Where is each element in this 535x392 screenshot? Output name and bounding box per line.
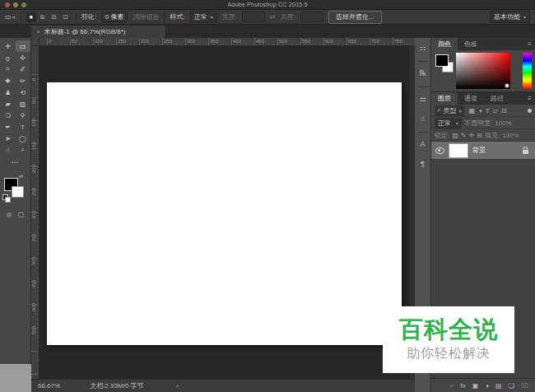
brush-tool-icon: ✏ [20, 77, 26, 85]
ruler-number: 300 [187, 39, 195, 44]
saturation-brightness-gradient[interactable] [456, 53, 510, 89]
smart-objects-filter-icon[interactable]: ⊡ [501, 107, 507, 114]
feather-input[interactable]: 0 像素 [101, 12, 128, 22]
lock-transparent-icon[interactable]: ▨ [452, 132, 458, 139]
spot-healing-brush-tool[interactable]: ✚ [1, 75, 16, 86]
character-panel-icon[interactable]: A [416, 138, 430, 151]
shape-tool[interactable]: ◯ [16, 133, 30, 144]
ruler-number: 350 [31, 234, 36, 242]
brush-tool[interactable]: ✏ [16, 75, 30, 86]
height-input[interactable] [300, 12, 323, 22]
link-layers-icon[interactable]: ∞ [449, 382, 454, 390]
type-tool-icon: T [21, 124, 25, 131]
type-tool[interactable]: T [16, 121, 30, 133]
edit-toolbar-icon[interactable]: ••• [0, 160, 30, 165]
layer-row-background[interactable]: 背景 [431, 142, 535, 160]
close-tab-icon[interactable]: × [36, 28, 40, 35]
tab-layers[interactable]: 图层 [431, 92, 458, 105]
libraries-panel-icon[interactable]: ℞ [416, 67, 430, 80]
ruler-number: 250 [31, 188, 36, 196]
quick-mask-button[interactable]: ◎ [7, 211, 12, 218]
screen-mode-button[interactable]: ▢ [18, 211, 25, 218]
antialias-checkbox[interactable]: 消除锯齿 [133, 12, 159, 21]
tab-paths[interactable]: 路径 [484, 92, 510, 105]
foreground-color-swatch[interactable] [435, 54, 449, 67]
new-group-icon[interactable]: ▤ [495, 382, 502, 390]
lock-position-icon[interactable]: ✛ [469, 132, 475, 139]
blur-tool[interactable]: ❍ [1, 110, 16, 121]
canvas[interactable] [47, 82, 402, 345]
add-selection-button[interactable]: ⧉ [38, 12, 48, 22]
zoom-level-field[interactable]: 66.67% [38, 382, 60, 390]
style-select[interactable]: 正常 ▾ [190, 11, 217, 23]
document-tab[interactable]: × 未标题-1 @ 66.7%(RGB/8*) [31, 26, 166, 38]
tool-preset-picker[interactable]: ▭ ▾ [5, 13, 16, 21]
lock-image-icon[interactable]: ✎ [461, 132, 467, 139]
layer-thumbnail[interactable] [449, 143, 468, 158]
eyedropper-tool[interactable]: ✐ [16, 63, 30, 75]
eraser-tool[interactable]: ▰ [1, 98, 16, 110]
type-layers-filter-icon[interactable]: T [486, 107, 490, 114]
layer-style-icon[interactable]: fx [460, 382, 465, 390]
hue-slider[interactable] [523, 53, 532, 89]
layer-filter-select[interactable]: ⌕ 类型 ▾ [435, 105, 464, 116]
subtract-selection-button[interactable]: ⊟ [49, 12, 59, 22]
pixel-layers-filter-icon[interactable]: ▦ [469, 107, 476, 114]
adjustments-panel-icon[interactable]: ⚌ [416, 92, 430, 105]
layer-visibility-icon[interactable] [435, 147, 444, 154]
swap-colors-icon[interactable]: ⇄ [19, 173, 23, 179]
crop-tool[interactable]: ⌗ [1, 63, 16, 75]
width-input[interactable] [242, 12, 265, 22]
lock-artboard-icon[interactable]: ⊞ [477, 132, 482, 139]
new-layer-icon[interactable]: ❏ [509, 382, 514, 390]
history-brush-tool[interactable]: ⟲ [16, 86, 30, 98]
add-layer-mask-icon[interactable]: ▣ [472, 382, 479, 390]
workspace-switcher[interactable]: 基本功能 ▾ [490, 11, 530, 23]
adjustment-layers-filter-icon[interactable]: ◑ [478, 107, 482, 114]
clone-stamp-tool[interactable]: ♟ [1, 86, 16, 98]
new-selection-button[interactable]: ■ [26, 12, 36, 22]
tab-swatches[interactable]: 色板 [458, 38, 484, 50]
shape-layers-filter-icon[interactable]: ▱ [493, 107, 498, 114]
layers-panel-bottom-bar: ∞ fx ▣ ◑ ▤ ❏ ⌧ [431, 378, 535, 392]
properties-panel-icon[interactable]: ⚏ [416, 41, 430, 54]
delete-layer-icon[interactable]: ⌧ [521, 382, 528, 390]
gradient-tool[interactable]: ▥ [16, 98, 30, 110]
background-color-swatch[interactable] [12, 186, 24, 198]
move-tool[interactable]: ✛ [1, 40, 16, 52]
blend-mode-select[interactable]: 正常 ▾ [435, 118, 462, 128]
tab-channels[interactable]: 通道 [458, 92, 484, 105]
ruler-number: 400 [31, 257, 36, 265]
intersect-selection-button[interactable]: ⊡ [61, 12, 71, 22]
actions-panel-icon[interactable]: ☝ [416, 112, 430, 125]
select-and-mask-button[interactable]: 选择并遮住... [328, 11, 382, 24]
color-panel: 颜色 色板 ≡ [431, 38, 535, 92]
filter-toggle-icon[interactable] [528, 109, 532, 113]
lock-icon [523, 150, 528, 154]
vertical-ruler[interactable]: 050100150200250300350400450500550 [31, 46, 40, 379]
opacity-value[interactable]: 100% [495, 119, 511, 127]
color-marker-icon[interactable] [505, 83, 509, 88]
zoom-tool[interactable]: ⌕ [16, 144, 30, 156]
spot-healing-brush-tool-icon: ✚ [5, 77, 11, 85]
status-options-arrow[interactable]: › [177, 382, 179, 390]
lasso-tool[interactable]: ϙ [1, 52, 16, 63]
panel-menu-icon[interactable]: ≡ [528, 95, 532, 102]
tab-color[interactable]: 颜色 [431, 38, 458, 50]
selection-mode-buttons: ■ ⧉ ⊟ ⊡ [26, 12, 71, 22]
fill-value[interactable]: 100% [502, 132, 519, 139]
new-adjustment-layer-icon[interactable]: ◑ [485, 382, 489, 390]
chevron-down-icon: ▾ [211, 14, 213, 20]
dodge-tool[interactable]: ⚲ [16, 110, 30, 121]
quick-selection-tool[interactable]: ✣ [16, 52, 30, 63]
hand-tool[interactable]: ☝ [1, 144, 16, 156]
path-selection-tool[interactable]: ➤ [1, 133, 16, 144]
paragraph-panel-icon[interactable]: ¶ [416, 157, 430, 170]
filter-kind-label: 类型 [443, 106, 456, 115]
rectangular-marquee-tool[interactable]: ▭ [16, 40, 30, 52]
pen-tool[interactable]: ✒ [1, 121, 16, 133]
horizontal-ruler[interactable]: 0501001502002503003504004505005506006507… [31, 38, 415, 46]
style-label: 样式: [170, 12, 184, 21]
panel-menu-icon[interactable]: ≡ [528, 40, 532, 48]
swap-dimensions-icon[interactable]: ⇄ [270, 13, 276, 21]
